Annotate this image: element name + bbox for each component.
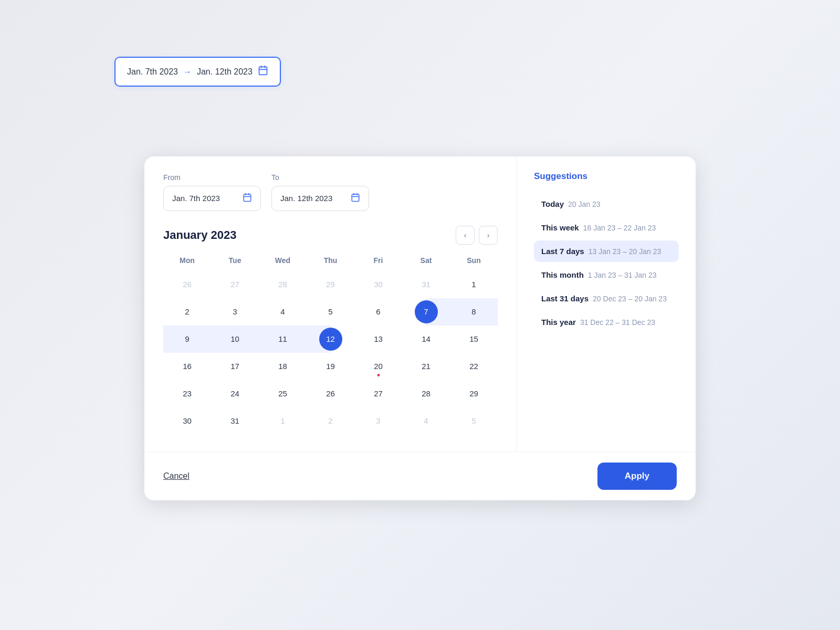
day-2[interactable]: 2	[176, 300, 199, 323]
suggestion-last-31-days[interactable]: Last 31 days 20 Dec 23 – 20 Jan 23	[534, 288, 679, 309]
table-row: 9	[163, 326, 211, 353]
table-row: 16	[163, 353, 211, 380]
day-12-selected[interactable]: 12	[319, 328, 342, 351]
apply-button[interactable]: Apply	[597, 463, 677, 490]
day-3[interactable]: 3	[224, 300, 247, 323]
day-19[interactable]: 19	[319, 355, 342, 378]
day-24[interactable]: 24	[224, 382, 247, 405]
suggestion-this-year[interactable]: This year 31 Dec 22 – 31 Dec 23	[534, 311, 679, 333]
day-1[interactable]: 1	[463, 273, 486, 296]
table-row: 2	[163, 298, 211, 326]
from-date-field[interactable]: Jan. 7th 2023	[163, 186, 261, 211]
table-row: 18	[259, 353, 307, 380]
table-row: 11	[259, 326, 307, 353]
day-29[interactable]: 29	[463, 382, 486, 405]
day-1-next[interactable]: 1	[271, 410, 295, 433]
table-row: 3	[211, 298, 259, 326]
to-date-value: Jan. 12th 2023	[280, 194, 332, 203]
day-5-next[interactable]: 5	[463, 410, 486, 433]
day-26-prev[interactable]: 26	[176, 273, 199, 296]
day-9-range[interactable]: 9	[176, 328, 199, 351]
day-23[interactable]: 23	[176, 382, 199, 405]
day-4[interactable]: 4	[271, 300, 295, 323]
svg-rect-0	[259, 67, 267, 75]
day-25[interactable]: 25	[271, 382, 295, 405]
suggestion-last-31-date: 20 Dec 23 – 20 Jan 23	[593, 295, 667, 303]
from-calendar-icon	[243, 193, 252, 204]
day-22[interactable]: 22	[463, 355, 486, 378]
day-30-prev[interactable]: 30	[367, 273, 390, 296]
day-31[interactable]: 31	[224, 410, 247, 433]
table-row: 2	[307, 407, 354, 435]
table-row: 23	[163, 380, 211, 407]
suggestion-this-week[interactable]: This week 16 Jan 23 – 22 Jan 23	[534, 217, 679, 238]
to-label: To	[271, 173, 369, 182]
day-11-range[interactable]: 11	[271, 328, 295, 351]
table-row: 30 31 1 2 3 4 5	[163, 407, 498, 435]
weekday-fri: Fri	[354, 256, 402, 271]
date-range-input-bar[interactable]: Jan. 7th 2023 → Jan. 12th 2023	[114, 57, 281, 87]
table-row: 23 24 25 26 27 28 29	[163, 380, 498, 407]
day-4-next[interactable]: 4	[415, 410, 438, 433]
day-20-today[interactable]: 20	[367, 355, 390, 378]
day-16[interactable]: 16	[176, 355, 199, 378]
suggestion-last-31-label: Last 31 days	[541, 294, 589, 303]
prev-month-button[interactable]: ‹	[456, 226, 475, 245]
day-8-range[interactable]: 8	[463, 300, 486, 323]
table-row: 28	[259, 271, 307, 298]
day-28[interactable]: 28	[415, 382, 438, 405]
day-3-next[interactable]: 3	[367, 410, 390, 433]
weekday-mon: Mon	[163, 256, 211, 271]
day-18[interactable]: 18	[271, 355, 295, 378]
day-2-next[interactable]: 2	[319, 410, 342, 433]
day-26[interactable]: 26	[319, 382, 342, 405]
table-row: 31	[402, 271, 450, 298]
day-14[interactable]: 14	[415, 328, 438, 351]
to-date-field[interactable]: Jan. 12th 2023	[271, 186, 369, 211]
suggestion-this-month-date: 1 Jan 23 – 31 Jan 23	[588, 271, 657, 279]
day-5[interactable]: 5	[319, 300, 342, 323]
suggestion-this-month[interactable]: This month 1 Jan 23 – 31 Jan 23	[534, 264, 679, 286]
cancel-button[interactable]: Cancel	[163, 471, 190, 481]
table-row: 22	[450, 353, 498, 380]
day-28-prev[interactable]: 28	[271, 273, 295, 296]
day-21[interactable]: 21	[415, 355, 438, 378]
day-31-prev[interactable]: 31	[415, 273, 438, 296]
weekday-tue: Tue	[211, 256, 259, 271]
suggestions-title: Suggestions	[534, 171, 679, 182]
to-field-group: To Jan. 12th 2023	[271, 173, 369, 211]
suggestion-today[interactable]: Today 20 Jan 23	[534, 193, 679, 215]
table-row: 26	[163, 271, 211, 298]
from-field-group: From Jan. 7th 2023	[163, 173, 261, 211]
calendar-grid: Mon Tue Wed Thu Fri Sat Sun 26	[163, 256, 498, 435]
date-picker-panel: From Jan. 7th 2023 To Jan. 12th 2023	[144, 156, 696, 500]
table-row: 4	[402, 407, 450, 435]
day-7-selected[interactable]: 7	[415, 300, 438, 323]
arrow-icon: →	[183, 67, 192, 77]
from-date-value: Jan. 7th 2023	[172, 194, 220, 203]
day-6[interactable]: 6	[367, 300, 390, 323]
picker-footer: Cancel Apply	[144, 452, 696, 500]
table-row: 26	[307, 380, 354, 407]
table-row: 8	[450, 298, 498, 326]
day-27-prev[interactable]: 27	[224, 273, 247, 296]
day-10-range[interactable]: 10	[224, 328, 247, 351]
day-29-prev[interactable]: 29	[319, 273, 342, 296]
suggestion-this-week-date: 16 Jan 23 – 22 Jan 23	[583, 224, 656, 232]
day-15[interactable]: 15	[463, 328, 486, 351]
table-row: 2 3 4 5 6 7 8	[163, 298, 498, 326]
table-row: 1	[259, 407, 307, 435]
day-27[interactable]: 27	[367, 382, 390, 405]
weekday-thu: Thu	[307, 256, 354, 271]
next-month-button[interactable]: ›	[479, 226, 498, 245]
day-13[interactable]: 13	[367, 328, 390, 351]
table-row: 16 17 18 19 20 21 22	[163, 353, 498, 380]
from-to-row: From Jan. 7th 2023 To Jan. 12th 2023	[163, 173, 498, 211]
table-row: 19	[307, 353, 354, 380]
suggestion-last-7-days[interactable]: Last 7 days 13 Jan 23 – 20 Jan 23	[534, 240, 679, 262]
day-17[interactable]: 17	[224, 355, 247, 378]
table-row: 12	[307, 326, 354, 353]
day-30[interactable]: 30	[176, 410, 199, 433]
table-row: 9 10 11 12 13 14 15	[163, 326, 498, 353]
table-row: 25	[259, 380, 307, 407]
